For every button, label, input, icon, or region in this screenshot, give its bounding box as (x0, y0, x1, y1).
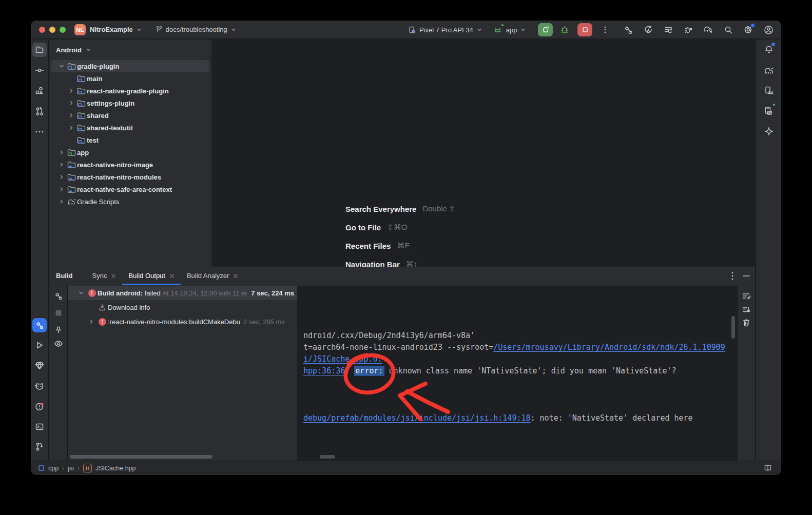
chevron-right-icon[interactable] (56, 186, 66, 192)
android-icon (492, 24, 504, 35)
vcs-branch-selector[interactable]: docs/troubleshooting (155, 26, 237, 34)
tree-item-react-native-nitro-image[interactable]: react-native-nitro-image (51, 159, 209, 171)
profiler-icon[interactable] (683, 24, 694, 35)
chevron-right-icon[interactable] (66, 125, 76, 131)
more-tool-windows-button[interactable] (32, 125, 47, 139)
failed-task-row[interactable]: ! :react-native-nitro-modules:buildCMake… (68, 314, 297, 329)
commit-tool-button[interactable] (32, 63, 47, 77)
chevron-down-icon[interactable] (56, 63, 66, 69)
project-view-selector[interactable]: Android (49, 39, 211, 60)
console-file-link[interactable]: /Users/mrousavy/Library/Android/sdk/ndk/… (493, 343, 725, 352)
tree-item-main[interactable]: main (51, 72, 209, 85)
chevron-right-icon[interactable] (56, 162, 66, 168)
rerun-button[interactable] (538, 23, 553, 36)
structure-tool-button[interactable] (32, 84, 47, 98)
breadcrumb-item[interactable]: jsi (68, 465, 74, 472)
horizontal-scrollbar[interactable] (70, 455, 212, 459)
macos-desktop: NE NitroExample docs/troubleshooting Pix… (0, 0, 812, 515)
close-icon[interactable] (233, 273, 238, 279)
console-file-link[interactable]: hpp:36:36 (303, 366, 345, 375)
soft-wrap-icon[interactable] (742, 292, 751, 300)
horizontal-scrollbar[interactable] (320, 455, 335, 459)
download-info-row[interactable]: Download info (68, 300, 297, 314)
tree-item-react-native-gradle-plugin[interactable]: react-native-gradle-plugin (51, 85, 209, 97)
error-badge-icon: ! (86, 289, 98, 297)
reader-mode-icon[interactable] (764, 464, 772, 472)
restart-build-icon[interactable] (54, 291, 63, 301)
tree-item-app[interactable]: app (51, 146, 209, 159)
chevron-right-icon[interactable] (66, 112, 76, 118)
tree-item-gradle-plugin[interactable]: gradle-plugin (51, 60, 209, 72)
build-tool-button[interactable] (32, 318, 47, 332)
view-options-eye-icon[interactable] (54, 340, 63, 347)
close-icon[interactable] (111, 273, 116, 279)
scroll-to-end-icon[interactable] (742, 306, 751, 313)
build-options-kebab-icon[interactable] (731, 272, 733, 280)
build-root-row[interactable]: ! Build android: failed At 14.10.24, 12:… (68, 286, 297, 300)
version-control-tool-button[interactable] (32, 440, 47, 454)
chevron-right-icon[interactable] (86, 319, 96, 325)
task-list-icon[interactable] (663, 24, 674, 35)
pull-requests-tool-button[interactable] (32, 104, 47, 118)
build-duration: 7 sec, 224 ms (251, 289, 297, 297)
tree-item-react-native-safe-area-context[interactable]: react-native-safe-area-context (51, 183, 209, 195)
chevron-right-icon[interactable] (56, 149, 66, 155)
clear-all-trash-icon[interactable] (743, 319, 750, 327)
tab-build-analyzer[interactable]: Build Analyzer (181, 267, 244, 285)
chevron-right-icon[interactable] (56, 199, 66, 205)
stop-build-icon[interactable] (55, 309, 62, 316)
vertical-scrollbar[interactable] (731, 316, 735, 339)
gradle-tool-button[interactable] (762, 64, 776, 78)
chevron-down-icon[interactable] (76, 290, 86, 296)
shortcut-keys: Double ⇧ (422, 204, 455, 213)
run-configuration-selector[interactable]: app (492, 24, 527, 35)
chevron-right-icon[interactable] (56, 174, 66, 180)
project-tool-button[interactable] (32, 43, 47, 57)
breadcrumb-item[interactable]: cpp (48, 465, 59, 472)
right-tool-strip (756, 39, 781, 461)
apply-changes-icon[interactable] (643, 24, 654, 35)
tree-item-shared-testutil[interactable]: shared-testutil (51, 122, 209, 134)
logcat-tool-button[interactable] (32, 379, 47, 393)
minimize-window-button[interactable] (49, 27, 55, 33)
app-inspection-tool-button[interactable] (32, 359, 47, 373)
tree-item-shared[interactable]: shared (51, 109, 209, 122)
pin-tab-icon[interactable] (54, 326, 63, 334)
breadcrumb-item[interactable]: JSICache.hpp (95, 465, 136, 472)
chevron-right-icon[interactable] (66, 100, 76, 106)
gradle-sync-icon[interactable] (703, 24, 714, 35)
tree-item-gradle-scripts[interactable]: Gradle Scripts (51, 195, 209, 208)
console-file-link[interactable]: i/JSICache.cpp.o: (303, 354, 382, 364)
settings-icon[interactable] (743, 24, 754, 35)
breadcrumb: cpp › jsi › H JSICache.hpp (38, 464, 136, 472)
shortcut-label: Search Everywhere (345, 205, 416, 213)
tree-item-test[interactable]: test (51, 134, 209, 146)
running-devices-tool-button[interactable] (762, 104, 776, 118)
tab-sync[interactable]: Sync (86, 267, 123, 285)
debug-button[interactable] (559, 24, 570, 35)
chevron-down-icon (136, 26, 143, 33)
search-icon[interactable] (723, 24, 734, 35)
device-selector[interactable]: Pixel 7 Pro API 34 (408, 26, 483, 34)
device-manager-tool-button[interactable] (762, 84, 776, 98)
build-project-icon[interactable] (623, 24, 634, 35)
stop-button[interactable] (577, 23, 592, 36)
close-icon[interactable] (169, 273, 175, 279)
terminal-tool-button[interactable] (32, 420, 47, 434)
error-badge-icon: ! (96, 318, 108, 326)
chevron-right-icon[interactable] (66, 88, 76, 94)
tab-build-output[interactable]: Build Output (122, 267, 181, 285)
close-window-button[interactable] (39, 27, 45, 33)
gemini-assistant-tool-button[interactable] (762, 124, 776, 138)
hide-tool-window-icon[interactable] (743, 275, 750, 277)
run-tool-button[interactable] (32, 338, 47, 352)
more-run-actions-button[interactable] (600, 24, 611, 35)
account-icon[interactable] (763, 24, 774, 35)
project-selector[interactable]: NitroExample (90, 26, 143, 33)
tree-item-settings-plugin[interactable]: settings-plugin (51, 97, 209, 109)
console-file-link[interactable]: debug/prefab/modules/jsi/include/jsi/jsi… (303, 413, 531, 423)
zoom-window-button[interactable] (60, 27, 66, 33)
tree-item-react-native-nitro-modules[interactable]: react-native-nitro-modules (51, 171, 209, 183)
problems-tool-button[interactable] (32, 400, 47, 414)
notifications-tool-button[interactable] (762, 43, 776, 57)
